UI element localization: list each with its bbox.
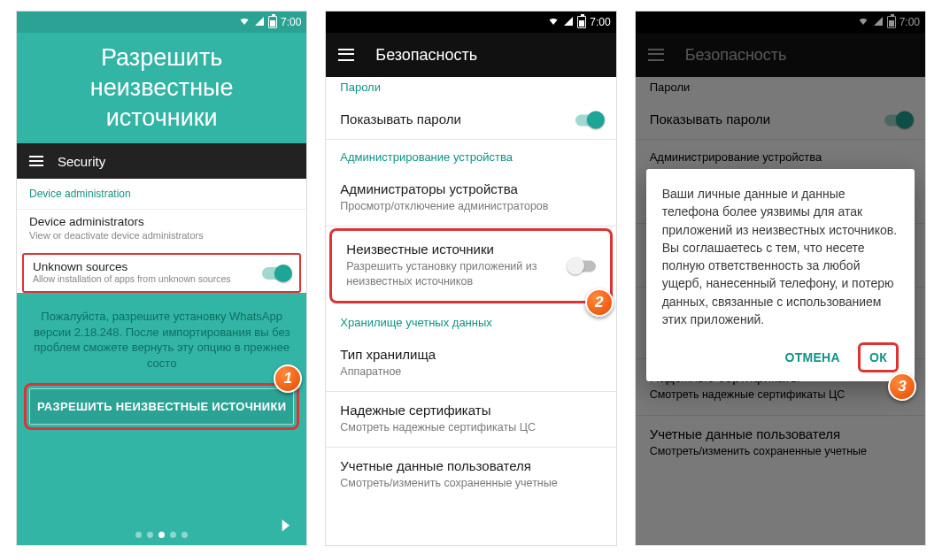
pager-dot[interactable] [135,532,142,538]
hamburger-icon[interactable] [29,156,43,166]
unknown-sources-toggle[interactable] [262,267,290,280]
row-title: Администраторы устройства [340,181,601,196]
unknown-sources-row[interactable]: Неизвестные источники Разрешить установк… [332,231,609,301]
user-credentials-row[interactable]: Учетные данные пользователя Смотреть/изм… [326,448,615,502]
app-bar: Безопасность [326,33,615,77]
settings-list[interactable]: Пароли Показывать пароли Администрирован… [326,77,615,545]
device-admins-row[interactable]: Администраторы устройства Просмотр/отклю… [326,171,615,226]
wifi-icon [547,16,560,29]
cta-highlight-frame: РАЗРЕШИТЬ НЕИЗВЕСТНЫЕ ИСТОЧНИКИ 1 [24,383,299,430]
row-title: Показывать пароли [340,111,601,127]
title-line: неизвестные [26,73,297,104]
title-line: Разрешить [26,43,297,73]
row-title: Учетные данные пользователя [340,458,601,473]
row-subtitle: Аппаратное [340,364,601,379]
dialog-cancel-button[interactable]: ОТМЕНА [776,343,848,372]
status-bar: 7:00 [17,12,306,33]
pager-dot[interactable] [170,532,176,538]
step-badge-2: 2 [585,288,614,317]
phone-panel-1: 7:00 Разрешить неизвестные источники Sec… [16,11,307,546]
page-title: Разрешить неизвестные источники [17,40,306,143]
security-preview-card: Device administration Device administrat… [17,179,306,293]
dialog-actions: ОТМЕНА ОК [662,342,899,372]
signal-icon [563,16,574,29]
group-device-admin: Администрирование устройства [326,140,615,171]
group-credential-storage: Хранилище учетных данных [326,305,615,336]
wifi-icon [238,16,251,29]
pager-dot-active[interactable] [158,532,165,538]
phone-panel-2: 7:00 Безопасность Пароли Показывать паро… [325,11,616,546]
unknown-sources-row-highlight[interactable]: Unknown sources Allow installation of ap… [22,253,301,293]
unknown-sources-highlight-frame: Неизвестные источники Разрешить установк… [329,228,612,303]
instruction-text: Пожалуйста, разрешите установку WhatsApp… [17,296,306,380]
title-line: источники [26,104,297,134]
allow-unknown-sources-button[interactable]: РАЗРЕШИТЬ НЕИЗВЕСТНЫЕ ИСТОЧНИКИ [29,388,294,425]
row-title: Unknown sources [33,260,257,273]
row-title: Неизвестные источники [346,242,595,257]
battery-icon [268,16,277,28]
pager-dot[interactable] [147,532,153,538]
confirm-dialog: Ваши личные данные и данные телефона бол… [646,169,915,381]
storage-type-row[interactable]: Тип хранилища Аппаратное [326,336,615,392]
security-header-label: Security [58,154,105,169]
ok-highlight-frame: ОК [858,342,899,372]
row-subtitle: Allow installation of apps from unknown … [33,273,257,284]
row-title: Тип хранилища [340,347,601,362]
dialog-message: Ваши личные данные и данные телефона бол… [662,185,899,328]
hamburger-icon[interactable] [338,49,354,61]
trusted-certs-row[interactable]: Надежные сертификаты Смотреть надежные с… [326,392,615,448]
device-admin-section-label: Device administration [17,179,306,209]
group-passwords: Пароли [326,77,615,101]
row-subtitle: Смотреть надежные сертификаты ЦС [340,420,601,434]
signal-icon [254,16,265,29]
onboarding-body: Разрешить неизвестные источники Security… [17,33,306,545]
dialog-ok-button[interactable]: ОК [861,345,896,370]
row-title: Device administrators [29,215,294,228]
device-admin-row[interactable]: Device administrators View or deactivate… [17,209,306,249]
app-bar-title: Безопасность [375,46,477,65]
show-passwords-row[interactable]: Показывать пароли [326,101,615,140]
show-passwords-toggle[interactable] [575,114,602,126]
row-subtitle: View or deactivate device administrators [29,230,294,241]
phone-panel-3: 7:00 Безопасность Пароли Показывать паро… [635,11,926,546]
pager-dots [17,532,306,538]
clock: 7:00 [281,16,301,28]
unknown-sources-toggle[interactable] [569,260,596,272]
row-subtitle: Смотреть/изменить сохраненные учетные [340,476,601,490]
row-title: Надежные сертификаты [340,403,601,418]
battery-icon [577,16,586,28]
pager-dot[interactable] [181,532,188,538]
security-header: Security [17,143,306,179]
row-subtitle: Разрешить установку приложений из неизве… [346,259,595,288]
next-icon[interactable] [276,517,294,534]
status-bar: 7:00 [326,12,615,33]
row-subtitle: Просмотр/отключение администраторов [340,199,601,213]
step-badge-1: 1 [274,364,302,393]
clock: 7:00 [590,16,610,28]
